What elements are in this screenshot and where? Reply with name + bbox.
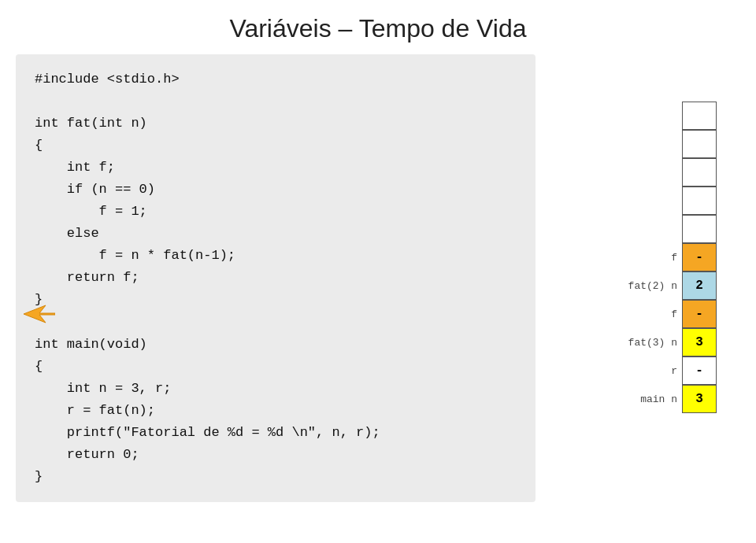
stack-section-label-main-n: main n bbox=[627, 393, 682, 405]
arrow-indicator bbox=[24, 302, 55, 326]
stack-cell bbox=[682, 215, 717, 243]
stack-container: f - fat(2) n 2 f - fat(3) n 3 r - bbox=[627, 102, 717, 413]
stack-row-r: r - bbox=[627, 356, 717, 385]
stack-row bbox=[627, 158, 717, 187]
stack-cell-fat3n: 3 bbox=[682, 328, 717, 356]
main-layout: #include <stdio.h> int fat(int n) { int … bbox=[0, 54, 756, 502]
stack-row bbox=[627, 187, 717, 215]
stack-row bbox=[627, 102, 717, 130]
svg-marker-0 bbox=[24, 305, 55, 323]
stack-row bbox=[627, 215, 717, 243]
stack-row-main-n: main n 3 bbox=[627, 385, 717, 413]
code-panel: #include <stdio.h> int fat(int n) { int … bbox=[16, 54, 536, 502]
stack-cell bbox=[682, 158, 717, 187]
stack-row-fat2n: fat(2) n 2 bbox=[627, 272, 717, 300]
stack-cell-r: - bbox=[682, 356, 717, 385]
stack-row-f-fat3: f - bbox=[627, 300, 717, 328]
stack-panel: f - fat(2) n 2 f - fat(3) n 3 r - bbox=[559, 54, 717, 495]
stack-cell bbox=[682, 187, 717, 215]
stack-cell-fat2n: 2 bbox=[682, 272, 717, 300]
stack-section-label-fat2n: fat(2) n bbox=[627, 280, 682, 292]
stack-cell-f-fat2: - bbox=[682, 243, 717, 272]
stack-row-fat3n: fat(3) n 3 bbox=[627, 328, 717, 356]
stack-section-label: f bbox=[627, 252, 682, 264]
stack-row-f-fat2: f - bbox=[627, 243, 717, 272]
stack-section-label-f-fat3: f bbox=[627, 308, 682, 320]
code-block: #include <stdio.h> int fat(int n) { int … bbox=[35, 68, 517, 488]
stack-cell-main-n: 3 bbox=[682, 385, 717, 413]
stack-cell bbox=[682, 130, 717, 158]
stack-section-label-fat3n: fat(3) n bbox=[627, 337, 682, 349]
stack-row bbox=[627, 130, 717, 158]
stack-section-label-r: r bbox=[627, 365, 682, 377]
page-title: Variáveis – Tempo de Vida bbox=[0, 0, 756, 54]
stack-cell-f-fat3: - bbox=[682, 300, 717, 328]
stack-cell bbox=[682, 102, 717, 130]
